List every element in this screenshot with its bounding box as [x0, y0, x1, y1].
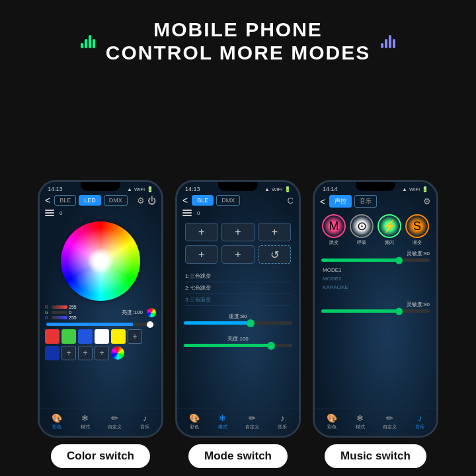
- color-circle-icon: [147, 308, 156, 317]
- mode-btn-3[interactable]: +: [258, 223, 291, 241]
- tab-voice-3[interactable]: 声控: [329, 195, 352, 208]
- swatch-add-3[interactable]: +: [78, 346, 93, 360]
- mode-nav-icon-2: ❄: [219, 413, 226, 423]
- header-line1: MOBILE PHONE: [106, 19, 370, 42]
- tab-music-3[interactable]: 音乐: [354, 195, 377, 208]
- tab-ble-1[interactable]: BLE: [54, 195, 76, 206]
- nav-item-music-2[interactable]: ♪ 音乐: [278, 413, 287, 430]
- r-bar[interactable]: [52, 305, 67, 309]
- speed-slider[interactable]: [184, 321, 292, 325]
- back-button-2[interactable]: <: [182, 195, 188, 206]
- nav-item-custom-3[interactable]: ✏ 自定义: [383, 413, 397, 430]
- flash-mode-btn[interactable]: ⚡: [377, 214, 401, 238]
- swatch-yellow[interactable]: [111, 329, 126, 344]
- gear-icon-1[interactable]: ⚙: [137, 196, 145, 206]
- sensitivity-thumb-top[interactable]: [395, 257, 403, 264]
- bright-thumb[interactable]: [267, 342, 275, 350]
- music-nav-icon-3: ♪: [418, 413, 422, 423]
- color-wheel-swatch[interactable]: [111, 346, 124, 360]
- music-nav-icon-1: ♪: [143, 413, 147, 423]
- zero-badge-2: 0: [192, 210, 205, 216]
- nav-item-mode-2[interactable]: ❄ 模式: [218, 413, 227, 430]
- nav-item-color-2[interactable]: 🎨 彩色: [189, 413, 200, 430]
- rgb-r: R 255: [45, 305, 77, 309]
- sensitivity-row-top: 灵敏度:90: [315, 249, 436, 263]
- speed-thumb[interactable]: [247, 319, 255, 327]
- swatch-add-1[interactable]: +: [128, 329, 142, 344]
- menu-row-2: 0: [177, 207, 299, 219]
- bars-icon-right: [381, 35, 395, 48]
- color-nav-icon-3: 🎨: [327, 413, 337, 423]
- brightness-row-2: 亮度:100: [177, 331, 299, 348]
- swatch-green[interactable]: [61, 329, 76, 344]
- mode-item-1[interactable]: 1:三色跳变: [185, 270, 291, 282]
- jump-mode-btn[interactable]: M: [322, 214, 346, 238]
- fade-mode-btn[interactable]: S: [405, 214, 429, 238]
- color-wheel[interactable]: [61, 221, 140, 301]
- sensitivity-slider-top[interactable]: [321, 258, 430, 262]
- tab-led-1[interactable]: LED: [79, 195, 101, 206]
- back-button-3[interactable]: <: [320, 196, 325, 207]
- sublabel-breath: 呼吸: [350, 239, 374, 246]
- swatch-darkblue[interactable]: [45, 346, 60, 360]
- brightness-slider-1[interactable]: [46, 323, 155, 326]
- phone-notch-1: [81, 182, 120, 191]
- mode-item-row-3[interactable]: KARAOKE: [323, 283, 428, 292]
- tab-ble-2[interactable]: BLE: [192, 195, 214, 206]
- swatch-white[interactable]: [95, 329, 109, 344]
- menu-row-1: 0: [40, 207, 161, 219]
- nav-item-color-1[interactable]: 🎨 彩色: [52, 413, 62, 430]
- phone-nav-3: < 声控 音乐 ⚙: [315, 194, 436, 209]
- music-sublabels: 跳变 呼吸 频闪 渐变: [315, 239, 436, 249]
- tab-dmx-1[interactable]: DMX: [104, 195, 128, 206]
- phone-music-wrapper: 14:14 ▲WiFi🔋 < 声控 音乐 ⚙ M ⊙ ⚡ S: [313, 180, 438, 468]
- custom-nav-label-2: 自定义: [245, 424, 259, 430]
- phone-notch-2: [218, 182, 258, 191]
- sensitivity-thumb-bottom[interactable]: [395, 307, 403, 315]
- color-wheel-inner: [61, 221, 140, 301]
- music-nav-label-3: 音乐: [415, 424, 424, 430]
- nav-item-music-1[interactable]: ♪ 音乐: [140, 413, 149, 430]
- phone-color: 14:13 ▲WiFi🔋 < BLE LED DMX ⚙ ⏻: [38, 180, 163, 438]
- power-icon-1[interactable]: ⏻: [147, 196, 156, 206]
- color-wheel-container[interactable]: [40, 219, 161, 303]
- bottom-nav-2: 🎨 彩色 ❄ 模式 ✏ 自定义 ♪ 音乐: [177, 409, 299, 436]
- zero-badge-1: 0: [54, 210, 67, 216]
- g-bar[interactable]: [52, 311, 67, 314]
- gear-icon-3[interactable]: ⚙: [423, 196, 431, 206]
- mode-btn-5[interactable]: +: [221, 245, 254, 264]
- sensitivity-slider-bottom[interactable]: [321, 309, 430, 313]
- mode-btn-special[interactable]: ↺: [258, 245, 291, 264]
- nav-item-custom-1[interactable]: ✏ 自定义: [108, 413, 122, 430]
- custom-nav-label-1: 自定义: [108, 424, 122, 430]
- swatch-add-2[interactable]: +: [61, 346, 76, 360]
- breath-mode-btn[interactable]: ⊙: [350, 214, 374, 238]
- nav-item-mode-1[interactable]: ❄ 模式: [81, 413, 90, 430]
- bright-slider[interactable]: [184, 344, 292, 347]
- swatch-red[interactable]: [45, 329, 60, 344]
- back-button-1[interactable]: <: [45, 195, 50, 206]
- mode-btn-4[interactable]: +: [185, 245, 218, 264]
- mode-item-row-1[interactable]: MODE1: [323, 266, 428, 274]
- nav-item-custom-2[interactable]: ✏ 自定义: [245, 413, 259, 430]
- mode-nav-icon-3: ❄: [356, 413, 364, 423]
- mode-btn-1[interactable]: +: [185, 223, 218, 241]
- mode-item-row-2[interactable]: MODE2: [323, 274, 428, 283]
- sublabel-fade: 渐变: [405, 239, 429, 246]
- sensitivity-label-top: 灵敏度:90: [321, 250, 430, 257]
- rgb-g: G 0: [45, 310, 77, 315]
- music-nav-icon-2: ♪: [280, 413, 285, 423]
- nav-item-music-3[interactable]: ♪ 音乐: [415, 413, 424, 430]
- mode-item-2[interactable]: 2:七色跳变: [185, 282, 291, 294]
- mode-btn-2[interactable]: +: [221, 223, 254, 241]
- mode-item-3[interactable]: 3:三色渐变: [185, 294, 291, 306]
- swatch-blue[interactable]: [78, 329, 93, 344]
- swatch-add-4[interactable]: +: [95, 346, 109, 360]
- gear-icon-2[interactable]: C: [288, 196, 294, 206]
- tab-dmx-2[interactable]: DMX: [216, 195, 240, 206]
- nav-item-color-3[interactable]: 🎨 彩色: [327, 413, 337, 430]
- b-bar[interactable]: [52, 316, 67, 319]
- brightness-thumb-1[interactable]: [147, 321, 153, 328]
- nav-item-mode-3[interactable]: ❄ 模式: [356, 413, 365, 430]
- phone-mode-wrapper: 14:13 ▲WiFi🔋 < BLE DMX C 0: [175, 180, 301, 468]
